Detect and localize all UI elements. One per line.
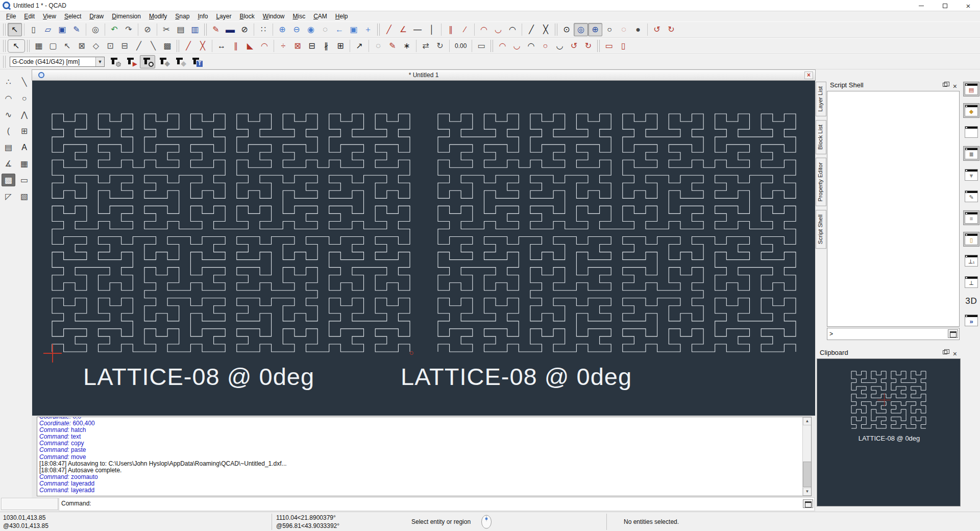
move-copy[interactable]: ⇄ <box>419 39 433 53</box>
modify-attributes[interactable]: ✎ <box>385 39 400 53</box>
curve-tools[interactable]: ( <box>2 125 15 137</box>
menu-info[interactable]: Info <box>193 12 212 21</box>
spline-tools[interactable]: ∿ <box>2 108 15 121</box>
deselect-window[interactable]: ⊟ <box>117 39 132 53</box>
break-gap[interactable]: ⊞ <box>333 39 348 53</box>
dock-tab-layer-list[interactable]: Layer List <box>816 82 826 116</box>
document-window-titlebar[interactable]: * Untitled 1 × <box>32 69 816 81</box>
cam-simulate[interactable] <box>140 55 155 68</box>
line-tools[interactable]: ╲ <box>17 76 31 88</box>
undo[interactable]: ↶ <box>107 23 121 36</box>
chevron-down-icon[interactable]: ▼ <box>95 57 104 66</box>
line-parallel[interactable]: ∥ <box>444 23 458 36</box>
cam-configuration-dropdown[interactable]: G-Code (G41/G42) [mm] ▼ <box>10 57 105 67</box>
select-entity[interactable]: ↖ <box>60 39 75 53</box>
menu-dimension[interactable]: Dimension <box>108 12 145 21</box>
point-tools[interactable]: ∴ <box>2 76 15 88</box>
menu-misc[interactable]: Misc <box>288 12 309 21</box>
menu-snap[interactable]: Snap <box>171 12 193 21</box>
menu-modify[interactable]: Modify <box>145 12 171 21</box>
command-history-toggle[interactable]: ≡ <box>963 210 979 225</box>
print-preview[interactable]: ◎ <box>88 23 103 36</box>
no-pattern[interactable]: ⊘ <box>237 23 252 36</box>
auto-trim[interactable]: ⊟ <box>305 39 319 53</box>
image-tool[interactable]: ▦ <box>17 157 31 170</box>
split-into-segments[interactable]: ∦ <box>319 39 333 53</box>
polyline-arc-4[interactable]: ◡ <box>552 39 567 53</box>
select-tool[interactable]: ↖ <box>8 23 22 36</box>
lengthen[interactable]: ↔ <box>214 39 229 53</box>
pen-settings-toggle[interactable]: ✎ <box>963 189 979 204</box>
polyline-circle[interactable]: ○ <box>538 39 552 53</box>
text-tool[interactable]: A <box>17 141 31 154</box>
menu-draw[interactable]: Draw <box>85 12 108 21</box>
document-close-button[interactable]: × <box>804 71 813 79</box>
menu-edit[interactable]: Edit <box>20 12 39 21</box>
scroll-down-icon[interactable]: ▼ <box>803 488 812 496</box>
minimize-button[interactable] <box>910 0 933 11</box>
more-panels-toggle[interactable]: » <box>963 313 979 328</box>
modify-corner-tools[interactable]: ◸ <box>2 190 15 203</box>
circle-tools[interactable]: ○ <box>17 92 31 105</box>
select-window[interactable]: ⊡ <box>103 39 117 53</box>
polyline-arc-1[interactable]: ◠ <box>495 39 509 53</box>
detect-duplicates[interactable]: ◌ <box>371 39 385 53</box>
offset[interactable]: ∥ <box>229 39 243 53</box>
polyline-arc-5[interactable]: ↺ <box>567 39 581 53</box>
nesting-run[interactable]: ◆ <box>173 55 188 68</box>
deselect-all[interactable]: ▢ <box>46 39 60 53</box>
arc-continue[interactable]: ↻ <box>664 23 678 36</box>
drawing-canvas[interactable]: LATTICE-08 @ 0deg LATTICE-08 @ 0deg <box>32 81 815 416</box>
zoom-selection[interactable]: ◌ <box>318 23 332 36</box>
copy[interactable]: ▤ <box>174 23 188 36</box>
close-panel-icon[interactable]: × <box>953 81 957 92</box>
line-properties[interactable]: ▬ <box>223 23 237 36</box>
tangent-point-circle[interactable]: ╱ <box>524 23 538 36</box>
zoom-in[interactable]: ⊕ <box>275 23 289 36</box>
script-shell-output[interactable] <box>827 91 960 327</box>
scroll-up-icon[interactable]: ▲ <box>803 417 812 425</box>
block-tools[interactable]: ⊞ <box>17 125 31 137</box>
line-angle[interactable]: ∠ <box>396 23 410 36</box>
polyline-tools[interactable]: ⋀ <box>17 108 31 121</box>
maximize-button[interactable] <box>933 0 957 11</box>
open-file[interactable]: ▱ <box>41 23 55 36</box>
rotate[interactable]: ↻ <box>433 39 447 53</box>
previous-view[interactable]: ← <box>332 23 347 36</box>
library-browser-toggle[interactable] <box>963 125 979 139</box>
rectangle-size[interactable]: ▯ <box>616 39 630 53</box>
nesting-configuration[interactable]: ◆ <box>156 55 172 68</box>
circle-tangent[interactable]: ● <box>631 23 645 36</box>
clipboard-panel-toggle[interactable]: ▯ <box>963 232 979 247</box>
line-bisector[interactable]: ∕ <box>458 23 472 36</box>
deselect-intersected[interactable]: ╲ <box>146 39 160 53</box>
line-2-points[interactable]: ╱ <box>382 23 396 36</box>
circle-2-points[interactable]: ◎ <box>574 23 588 36</box>
menu-window[interactable]: Window <box>259 12 289 21</box>
circle-2-point-radius[interactable]: ⊕ <box>588 23 602 36</box>
paste[interactable]: ▥ <box>188 23 202 36</box>
property-editor-toggle[interactable]: ≣ <box>963 146 979 161</box>
close-button[interactable]: × <box>957 0 980 11</box>
menu-select[interactable]: Select <box>60 12 85 21</box>
tangent-2-circles[interactable]: ╳ <box>538 23 553 36</box>
polyline-arc-6[interactable]: ↻ <box>581 39 595 53</box>
circle-3-points[interactable]: ○ <box>602 23 617 36</box>
cam-simulation-toggle[interactable]: ⊥ <box>963 275 979 289</box>
redo[interactable]: ↷ <box>121 23 136 36</box>
auto-zoom[interactable]: ◉ <box>304 23 318 36</box>
line-vertical[interactable]: │ <box>425 23 439 36</box>
selection-filter-toggle[interactable]: ▼ <box>963 167 979 182</box>
explode[interactable]: ∗ <box>400 39 414 53</box>
dock-tab-block-list[interactable]: Block List <box>816 120 826 154</box>
close-panel-icon[interactable]: × <box>953 348 957 359</box>
dock-tab-property-editor[interactable]: Property Editor <box>816 158 826 206</box>
remove[interactable]: ⊘ <box>140 23 155 36</box>
block-list-toggle[interactable]: ◆ <box>963 103 979 118</box>
select-intersected[interactable]: ╱ <box>132 39 146 53</box>
flatten[interactable]: ▭ <box>474 39 488 53</box>
grid-toggle[interactable]: ∷ <box>256 23 271 36</box>
history-scrollbar[interactable]: ▲ ▼ <box>802 417 811 496</box>
cam-export[interactable]: ▶ <box>124 55 139 68</box>
circle-center-point[interactable]: ⊙ <box>559 23 574 36</box>
